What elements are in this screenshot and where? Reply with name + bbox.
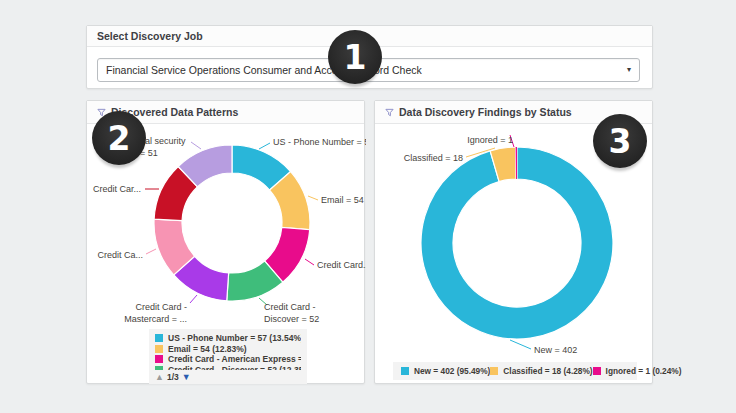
legend-swatch xyxy=(155,366,163,370)
label-leader-line xyxy=(305,259,314,265)
legend-item[interactable]: Credit Card - Discover = 52 (12.35%) xyxy=(155,365,301,371)
legend-page-indicator: 1/3 xyxy=(167,372,179,382)
legend-item[interactable]: US - Phone Number = 57 (13.54%) xyxy=(155,333,301,344)
legend-label: Credit Card - American Express = 52 (12.… xyxy=(168,354,301,365)
segment-label: Credit Card -Discover = 52 xyxy=(264,302,319,324)
annotation-badge-1: 1 xyxy=(328,30,382,84)
funnel-icon[interactable] xyxy=(385,108,394,117)
label-leader-line xyxy=(259,143,270,149)
legend-item[interactable]: Email = 54 (12.83%) xyxy=(155,344,301,355)
legend-page-down-icon[interactable]: ▼ xyxy=(182,373,191,382)
discovery-dashboard: Select Discovery Job Financial Service O… xyxy=(0,0,736,413)
badge-number: 3 xyxy=(609,122,632,161)
legend-label: Ignored = 1 (0.24%) xyxy=(606,366,682,377)
label-leader-line xyxy=(146,249,156,254)
patterns-legend-pager: ▲ 1/3 ▼ xyxy=(155,372,301,382)
legend-label: Classified = 18 (4.28%) xyxy=(503,366,592,377)
segment-label: Email = 54 xyxy=(321,195,364,205)
badge-number: 2 xyxy=(108,119,131,158)
legend-swatch xyxy=(155,345,163,353)
label-leader-line xyxy=(190,295,197,303)
legend-page-up-icon[interactable]: ▲ xyxy=(155,373,164,382)
segment-label: Ignored = 1 xyxy=(467,135,513,145)
annotation-badge-3: 3 xyxy=(593,114,647,168)
legend-swatch xyxy=(155,334,163,342)
legend-label: Email = 54 (12.83%) xyxy=(168,344,247,355)
segment-label: Credit Ca... xyxy=(97,250,143,260)
segment-label: Credit Card -Mastercard = ... xyxy=(124,302,187,324)
patterns-legend: US - Phone Number = 57 (13.54%)Email = 5… xyxy=(149,329,307,384)
legend-item[interactable]: Ignored = 1 (0.24%) xyxy=(593,366,682,377)
job-panel-title: Select Discovery Job xyxy=(97,30,203,42)
legend-swatch xyxy=(490,367,498,375)
patterns-legend-rows: US - Phone Number = 57 (13.54%)Email = 5… xyxy=(155,333,301,370)
legend-label: Credit Card - Discover = 52 (12.35%) xyxy=(168,365,301,371)
segment-label: US - Phone Number = 57 xyxy=(273,137,366,147)
label-leader-line xyxy=(308,196,318,200)
legend-item[interactable]: Credit Card - American Express = 52 (12.… xyxy=(155,354,301,365)
legend-label: New = 402 (95.49%) xyxy=(414,366,490,377)
legend-item[interactable]: New = 402 (95.49%) xyxy=(401,366,490,377)
chevron-down-icon: ▾ xyxy=(627,66,631,74)
findings-legend: New = 402 (95.49%)Classified = 18 (4.28%… xyxy=(393,362,637,380)
label-leader-line xyxy=(191,142,201,149)
legend-item[interactable]: Classified = 18 (4.28%) xyxy=(490,366,592,377)
findings-panel-title: Data Discovery Findings by Status xyxy=(399,106,572,118)
badge-number: 1 xyxy=(344,38,367,77)
legend-swatch xyxy=(593,367,601,375)
legend-label: US - Phone Number = 57 (13.54%) xyxy=(168,333,301,344)
segment-label: Credit Card... xyxy=(317,260,366,270)
segment-label: Credit Car... xyxy=(93,184,141,194)
legend-swatch xyxy=(155,355,163,363)
label-leader-line xyxy=(510,340,531,349)
annotation-badge-2: 2 xyxy=(92,111,146,165)
legend-swatch xyxy=(401,367,409,375)
segment-label: New = 402 xyxy=(534,345,577,355)
segment-label: Classified = 18 xyxy=(404,153,463,163)
